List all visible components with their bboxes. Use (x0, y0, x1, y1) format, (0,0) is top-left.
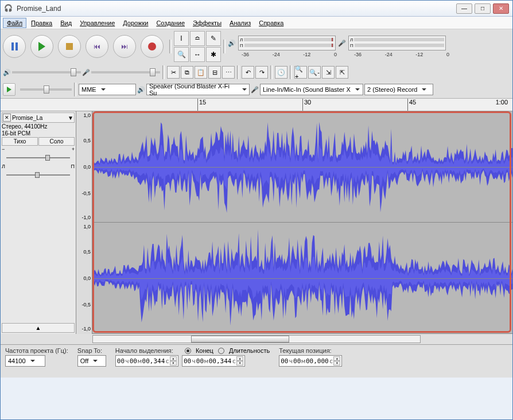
app-window: Promise_Land — □ ✕ Файл Правка Вид Управ… (0, 0, 513, 420)
mute-button[interactable]: Тихо (2, 137, 38, 146)
track-name[interactable]: Promise_La (11, 115, 68, 121)
input-device-combo[interactable]: Line-In/Mic-In (Sound Blaster X (260, 84, 363, 95)
menu-transport[interactable]: Управление (76, 18, 118, 28)
waveform-area[interactable] (92, 111, 512, 334)
speaker-icon: 🔊 (137, 86, 145, 94)
timeshift-tool-icon[interactable]: ↔ (190, 47, 205, 62)
close-button[interactable]: ✕ (493, 3, 509, 14)
tools-grid: I ≏ ✎ 🔍 ↔ ✱ (174, 31, 221, 62)
audio-position-label: Текущая позиция: (279, 347, 342, 354)
playback-meter-ticks: -36-24-120 (240, 52, 338, 57)
menu-analyze[interactable]: Анализ (226, 18, 254, 28)
app-icon (4, 4, 13, 13)
horizontal-scrollbar[interactable] (1, 334, 512, 344)
draw-tool-icon[interactable]: ✎ (206, 31, 221, 46)
tracks-area: ✕ Promise_La ▼ Стерео, 44100Hz 16-bit PC… (1, 111, 512, 334)
track-bitdepth: 16-bit PCM (2, 130, 75, 137)
project-rate-label: Частота проекта (Гц): (5, 347, 68, 354)
copy-icon[interactable]: ⧉ (181, 66, 193, 79)
pan-slider[interactable] (2, 172, 75, 178)
audio-position-time[interactable]: 00ч 00м 00,000с ▴▾ (279, 355, 342, 367)
play-button[interactable] (30, 35, 53, 58)
sel-len-radio[interactable] (218, 348, 224, 354)
sync-lock-icon[interactable]: 🕓 (275, 66, 287, 79)
window-title: Promise_Land (17, 5, 456, 13)
snap-combo[interactable]: Off (77, 355, 106, 367)
selection-start-time[interactable]: 00ч 00м 00,344с ▴▾ (115, 355, 178, 367)
redo-icon[interactable]: ↷ (255, 66, 268, 79)
sel-end-radio[interactable] (185, 348, 191, 354)
snap-label: Snap To: (77, 347, 106, 354)
maximize-button[interactable]: □ (475, 3, 491, 14)
collapse-button[interactable]: ▲ (2, 323, 75, 333)
menu-file[interactable]: Файл (3, 18, 26, 28)
menu-edit[interactable]: Правка (28, 18, 56, 28)
fit-selection-icon[interactable]: ⇲ (322, 66, 335, 79)
track-menu-arrow[interactable]: ▼ (68, 115, 73, 121)
fit-project-icon[interactable]: ⇱ (336, 66, 348, 79)
scale-column: 1,0 0,5 0,0 -0,5 -1,0 1,0 0,5 0,0 -0,5 -… (76, 111, 92, 334)
stop-button[interactable] (58, 35, 81, 58)
skip-end-button[interactable]: ⏭ (113, 35, 136, 58)
menu-generate[interactable]: Создание (153, 18, 188, 28)
play-at-speed-button[interactable] (3, 83, 15, 96)
playback-speed-slider[interactable] (20, 88, 72, 91)
speaker-icon: 🔊 (228, 40, 236, 47)
skip-start-button[interactable]: ⏮ (86, 35, 108, 58)
record-volume-slider[interactable] (91, 71, 160, 73)
titlebar: Promise_Land — □ ✕ (1, 1, 512, 17)
zoom-tool-icon[interactable]: 🔍 (174, 47, 189, 62)
multi-tool-icon[interactable]: ✱ (206, 47, 221, 62)
trim-icon[interactable]: ⊟ (208, 66, 221, 79)
cut-icon[interactable]: ✂ (167, 66, 180, 79)
track-format: Стерео, 44100Hz (2, 123, 75, 130)
meter-right-label: П (240, 43, 243, 48)
audio-host-combo[interactable]: MME (79, 84, 136, 95)
track-info-panel: ✕ Promise_La ▼ Стерео, 44100Hz 16-bit PC… (1, 111, 76, 334)
pause-button[interactable] (3, 35, 26, 58)
selection-start-label: Начало выделения: (115, 347, 173, 354)
track-close-button[interactable]: ✕ (3, 114, 11, 122)
record-meter[interactable]: Л П (348, 36, 446, 50)
record-button[interactable] (141, 35, 164, 58)
envelope-tool-icon[interactable]: ≏ (190, 31, 205, 46)
menu-tracks[interactable]: Дорожки (119, 18, 151, 28)
zoom-in-icon[interactable]: 🔍+ (294, 66, 307, 79)
sel-end-label[interactable]: Конец (196, 347, 213, 354)
sel-len-label[interactable]: Длительность (229, 347, 270, 354)
record-meter-ticks: -36-24-120 (353, 52, 450, 57)
gain-slider[interactable] (2, 155, 75, 161)
menu-help[interactable]: Справка (255, 18, 287, 28)
timeline-ruler[interactable]: 15 30 45 1:00 (1, 99, 512, 111)
zoom-out-icon[interactable]: 🔍- (308, 66, 321, 79)
selection-toolbar: Частота проекта (Гц): 44100 Snap To: Off… (1, 344, 512, 378)
mic-icon: 🎤 (82, 69, 90, 76)
menu-view[interactable]: Вид (57, 18, 75, 28)
minimize-button[interactable]: — (456, 3, 472, 14)
mic-icon: 🎤 (338, 40, 346, 47)
silence-icon[interactable]: ⋯ (222, 66, 235, 79)
paste-icon[interactable]: 📋 (195, 66, 207, 79)
mic-icon: 🎤 (251, 86, 259, 94)
speaker-icon: 🔊 (3, 69, 11, 76)
menubar: Файл Правка Вид Управление Дорожки Созда… (1, 17, 512, 29)
project-rate-combo[interactable]: 44100 (5, 355, 45, 367)
undo-icon[interactable]: ↶ (242, 66, 254, 79)
toolbar-area: ⏮ ⏭ I ≏ ✎ 🔍 ↔ ✱ 🔊 Л П 🎤 (1, 29, 512, 99)
playback-meter[interactable]: Л П (238, 36, 336, 50)
output-device-combo[interactable]: Speaker (Sound Blaster X-Fi Su (146, 84, 250, 95)
playback-volume-slider[interactable] (12, 71, 81, 73)
meter-left-label: Л (240, 37, 243, 42)
menu-effects[interactable]: Эффекты (189, 18, 225, 28)
channels-combo[interactable]: 2 (Stereo) Record (364, 84, 433, 95)
selection-end-time[interactable]: 00ч 00м 00,344с ▴▾ (182, 355, 245, 367)
selection-tool-icon[interactable]: I (174, 31, 189, 46)
solo-button[interactable]: Соло (38, 137, 75, 146)
